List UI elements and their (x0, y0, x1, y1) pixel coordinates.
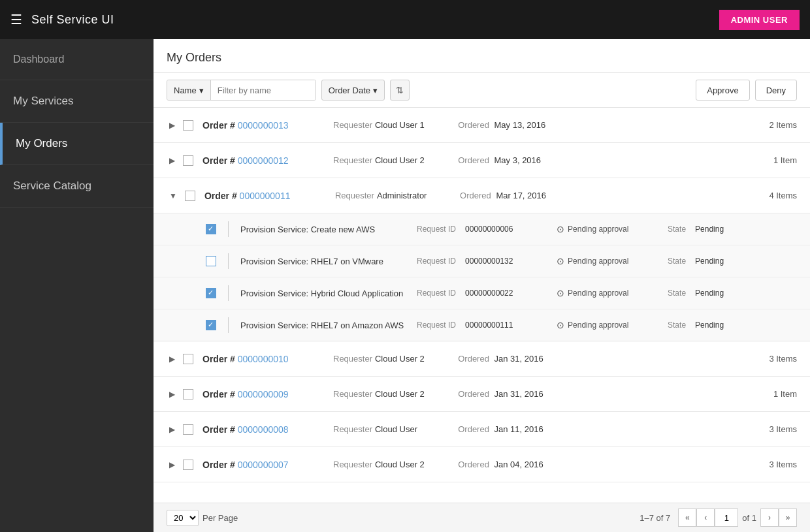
ordered-value: May 13, 2016 (492, 120, 564, 130)
first-page-button[interactable]: « (678, 509, 696, 527)
per-page-select[interactable]: 20 (167, 510, 199, 526)
pagination-bar: 20 Per Page 1–7 of 7 « ‹ of 1 › » (154, 503, 810, 532)
expand-button[interactable]: ▶ (167, 353, 178, 365)
sub-request-value: 00000000132 (465, 257, 550, 266)
ordered-label: Ordered (453, 424, 489, 434)
order-checkbox[interactable] (183, 155, 193, 166)
clock-icon: ⊙ (557, 224, 564, 234)
requester-label: Requester (333, 155, 372, 165)
ordered-label: Ordered (453, 155, 489, 165)
order-number: Order # 0000000008 (202, 424, 333, 435)
requester-value: Administrator (377, 191, 455, 200)
order-row: ▶ Order # 0000000013 Requester Cloud Use… (154, 108, 810, 143)
order-date-button[interactable]: Order Date ▾ (321, 80, 385, 101)
per-page-label: Per Page (202, 513, 238, 523)
sub-checkbox[interactable] (206, 256, 216, 266)
sub-state-value: Pending (695, 289, 724, 298)
ordered-value: Jan 11, 2016 (492, 424, 564, 434)
expand-button[interactable]: ▼ (167, 190, 180, 202)
admin-user-button[interactable]: ADMIN USER (719, 10, 800, 30)
sub-rows-container: Provision Service: Create new AWS Reques… (154, 213, 810, 341)
deny-button[interactable]: Deny (755, 80, 797, 101)
sub-state-label: State (668, 321, 686, 330)
sidebar-item-my-orders[interactable]: My Orders (0, 123, 154, 165)
order-checkbox[interactable] (183, 424, 193, 435)
sub-state-label: State (668, 289, 686, 298)
ordered-value: Jan 31, 2016 (492, 354, 564, 364)
requester-value: Cloud User 1 (375, 120, 453, 130)
sidebar-item-dashboard[interactable]: Dashboard (0, 39, 154, 80)
items-count: 3 Items (769, 354, 797, 364)
sub-service-name: Provision Service: RHEL7 on VMware (240, 257, 410, 266)
ordered-value: May 3, 2016 (492, 155, 564, 165)
order-row: ▶ Order # 0000000009 Requester Cloud Use… (154, 377, 810, 412)
top-header: ☰ Self Service UI ADMIN USER (0, 0, 810, 39)
expand-button[interactable]: ▶ (167, 155, 178, 166)
expand-button[interactable]: ▶ (167, 459, 178, 471)
order-number: Order # 0000000012 (202, 155, 333, 166)
ordered-label: Ordered (453, 460, 489, 469)
requester-label: Requester (333, 460, 372, 469)
sub-service-name: Provision Service: Hybrid Cloud Applicat… (240, 289, 410, 298)
page-title: My Orders (154, 39, 810, 73)
app-title: Self Service UI (31, 13, 114, 27)
filter-input[interactable] (211, 80, 316, 101)
sub-state-value: Pending (695, 321, 724, 330)
requester-value: Cloud User (375, 424, 453, 434)
expand-button[interactable]: ▶ (167, 119, 178, 131)
sub-checkbox[interactable] (206, 224, 216, 234)
order-number: Order # 0000000013 (202, 120, 333, 131)
order-row: ▶ Order # 0000000007 Requester Cloud Use… (154, 447, 810, 482)
page-input[interactable] (715, 509, 738, 527)
sort-icon: ⇅ (396, 85, 404, 95)
expand-button[interactable]: ▶ (167, 388, 178, 400)
sub-approval: ⊙ Pending approval (557, 320, 661, 330)
order-checkbox[interactable] (183, 120, 193, 131)
order-checkbox[interactable] (183, 460, 193, 470)
requester-label: Requester (333, 424, 372, 434)
sub-request-value: 00000000022 (465, 289, 550, 298)
order-row: ▶ Order # 0000000010 Requester Cloud Use… (154, 341, 810, 377)
hamburger-icon[interactable]: ☰ (10, 12, 22, 27)
sub-divider (228, 317, 229, 333)
order-row: ▼ Order # 0000000011 Requester Administr… (154, 178, 810, 213)
sub-approval: ⊙ Pending approval (557, 288, 661, 298)
sub-checkbox[interactable] (206, 288, 216, 298)
items-count: 4 Items (769, 191, 797, 200)
clock-icon: ⊙ (557, 256, 564, 266)
requester-value: Cloud User 2 (375, 155, 453, 165)
sort-button[interactable]: ⇅ (390, 80, 410, 101)
sub-request-label: Request ID (417, 289, 456, 298)
main-layout: Dashboard My Services My Orders Service … (0, 39, 810, 532)
ordered-value: Jan 04, 2016 (492, 460, 564, 469)
sub-request-label: Request ID (417, 321, 456, 330)
order-checkbox[interactable] (185, 191, 195, 201)
sidebar-item-service-catalog[interactable]: Service Catalog (0, 165, 154, 208)
ordered-label: Ordered (453, 120, 489, 130)
requester-value: Cloud User 2 (375, 460, 453, 469)
filter-label-button[interactable]: Name ▾ (167, 80, 211, 101)
items-count: 3 Items (769, 424, 797, 434)
clock-icon: ⊙ (557, 320, 564, 330)
approve-button[interactable]: Approve (696, 80, 749, 101)
items-count: 1 Item (773, 155, 797, 165)
prev-page-button[interactable]: ‹ (696, 509, 715, 527)
order-number: Order # 0000000007 (202, 460, 333, 470)
sub-divider (228, 221, 229, 237)
sub-checkbox[interactable] (206, 320, 216, 330)
sub-approval: ⊙ Pending approval (557, 256, 661, 266)
sidebar-item-my-services[interactable]: My Services (0, 80, 154, 123)
requester-label: Requester (333, 120, 372, 130)
last-page-button[interactable]: » (779, 509, 797, 527)
expand-button[interactable]: ▶ (167, 424, 178, 435)
next-page-button[interactable]: › (760, 509, 779, 527)
page-info: 1–7 of 7 (640, 513, 670, 523)
order-row: ▶ Order # 0000000008 Requester Cloud Use… (154, 412, 810, 447)
order-checkbox[interactable] (183, 389, 193, 399)
sidebar: Dashboard My Services My Orders Service … (0, 39, 154, 532)
per-page-group: 20 Per Page (167, 510, 238, 526)
sub-service-name: Provision Service: RHEL7 on Amazon AWS (240, 321, 410, 330)
clock-icon: ⊙ (557, 288, 564, 298)
order-checkbox[interactable] (183, 354, 193, 364)
requester-label: Requester (333, 354, 372, 364)
